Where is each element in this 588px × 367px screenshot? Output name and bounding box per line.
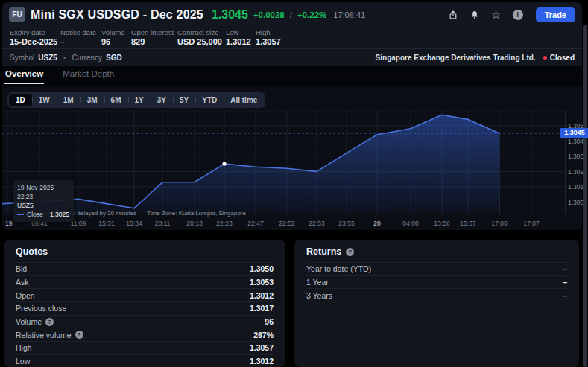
quote-label-text: Open <box>16 291 35 300</box>
quote-value: 1.3057 <box>250 343 274 352</box>
quote-row-relative-volume: Relative volume?267% <box>16 328 274 341</box>
quote-row-bid: Bid1.3050 <box>16 262 274 275</box>
return-label: 3 Years <box>306 291 332 300</box>
quote-value: 1.3012 <box>250 357 274 366</box>
quote-label: Volume? <box>16 317 54 326</box>
info-icon[interactable]: i <box>510 7 526 23</box>
series-dash-icon <box>17 214 24 215</box>
tab-bar: Overview Market Depth <box>2 66 582 86</box>
quote-label: Previous close <box>16 304 66 313</box>
time-axis-label: 19 <box>5 220 12 227</box>
quotes-title: Quotes <box>16 240 274 262</box>
help-icon[interactable]: ? <box>346 248 354 256</box>
return-value: – <box>563 291 567 300</box>
share-icon[interactable] <box>445 7 461 23</box>
range-5y[interactable]: 5Y <box>173 94 195 106</box>
stat-label: High <box>256 28 281 37</box>
stat-value: 1.3057 <box>256 37 281 47</box>
time-axis-label: 22:47 <box>247 220 263 227</box>
time-axis-label: 15:37 <box>460 220 475 227</box>
stat-expiry-date: Expiry date15-Dec-2025 <box>10 28 60 48</box>
quote-label: Ask <box>16 278 29 287</box>
range-1d[interactable]: 1D <box>9 94 32 106</box>
return-value: – <box>563 264 567 273</box>
futures-badge-icon: FU <box>9 7 25 22</box>
stat-label: Contract size <box>177 28 226 37</box>
time-axis[interactable]: 1909:4111:0915:3115:3420:1120:1322:2322:… <box>2 217 582 227</box>
scrollbar-thumb[interactable] <box>583 25 587 367</box>
quote-label-text: Bid <box>16 264 27 273</box>
price-change-separator: / <box>290 10 292 19</box>
quotes-card: Quotes Bid1.3050Ask1.3053Open1.3012Previ… <box>4 240 285 367</box>
stat-contract-size: Contract sizeUSD 25,000 <box>177 28 226 48</box>
time-axis-label: 17:06 <box>491 220 507 227</box>
range-1w[interactable]: 1W <box>32 94 57 106</box>
range-1m[interactable]: 1M <box>57 94 80 106</box>
stat-open-interest: Open interest829 <box>131 28 177 48</box>
price-axis[interactable]: 1.30001.30101.30201.30301.30401.3050 <box>565 110 582 214</box>
price-change: +0.0028 <box>253 10 285 19</box>
quote-label-text: Previous close <box>16 304 66 313</box>
chart-section: 1D1W1M3M6M1Y3Y5YYTDAll time 1.30001.3010… <box>2 86 582 230</box>
price-chart[interactable] <box>2 110 565 214</box>
quote-time: 17:06:41 <box>333 10 365 19</box>
time-axis-label: 13:56 <box>434 220 449 227</box>
tab-overview[interactable]: Overview <box>4 66 44 84</box>
range-1y[interactable]: 1Y <box>128 94 151 106</box>
stat-value: 96 <box>101 37 131 47</box>
range-3m[interactable]: 3M <box>80 94 104 106</box>
bell-icon[interactable] <box>467 7 483 23</box>
star-icon[interactable]: ☆ <box>488 7 505 23</box>
return-value: – <box>563 278 567 287</box>
quote-value: 1.3053 <box>250 278 274 287</box>
market-status-dot-icon <box>543 56 547 60</box>
range-3y[interactable]: 3Y <box>151 94 173 106</box>
quote-label: Low <box>16 357 30 366</box>
stat-value: 1.3012 <box>226 37 256 47</box>
date-range-switcher: 1D1W1M3M6M1Y3Y5YYTDAll time <box>7 92 265 108</box>
price-change-percent: +0.22% <box>297 10 326 19</box>
title-row: FU Mini SGX USDSGD - Dec 2025 1.3045 +0.… <box>2 2 582 27</box>
help-icon[interactable]: ? <box>75 331 83 339</box>
quote-label-text: Ask <box>16 278 29 287</box>
currency-label: Currency <box>72 54 102 62</box>
return-label-text: 1 Year <box>306 278 329 287</box>
returns-rows: Year to date (YTD)–1 Year–3 Years– <box>306 262 567 301</box>
time-axis-label: 15:31 <box>98 220 114 227</box>
stat-high: High1.3057 <box>256 28 281 48</box>
time-axis-label: 04:00 <box>402 220 418 227</box>
range-ytd[interactable]: YTD <box>195 94 224 106</box>
return-label-text: 3 Years <box>306 291 332 300</box>
quote-label: Relative volume? <box>16 331 83 339</box>
return-label: Year to date (YTD) <box>306 264 371 273</box>
stat-notice-date: Notice date– <box>60 28 101 48</box>
quote-row-high: High1.3057 <box>16 341 274 354</box>
instrument-header: FU Mini SGX USDSGD - Dec 2025 1.3045 +0.… <box>2 2 582 66</box>
quote-row-volume: Volume?96 <box>16 315 274 328</box>
help-icon[interactable]: ? <box>45 318 54 326</box>
return-row-3-years: 3 Years– <box>306 288 567 301</box>
tooltip-close-label: Close <box>27 210 43 219</box>
stat-label: Expiry date <box>10 28 60 37</box>
tab-market-depth[interactable]: Market Depth <box>62 66 115 83</box>
range-6m[interactable]: 6M <box>104 94 128 106</box>
separator-dot: • <box>63 54 66 62</box>
quote-value: 1.3012 <box>250 291 274 300</box>
quote-value: 1.3050 <box>250 264 274 273</box>
timezone-notice: Time Zone: Kuala Lumpur, Singapore <box>147 210 246 217</box>
stat-volume: Volume96 <box>101 28 131 48</box>
range-all-time[interactable]: All time <box>224 94 264 106</box>
time-axis-label: 22:52 <box>279 220 294 227</box>
stat-label: Low <box>226 28 256 37</box>
currency-value: SGD <box>106 54 122 62</box>
quote-row-ask: Ask1.3053 <box>16 275 274 289</box>
quote-label-text: High <box>16 343 32 352</box>
symbol-value: USZ5 <box>38 54 57 62</box>
time-axis-label: 22:53 <box>309 220 324 227</box>
app-window: FU Mini SGX USDSGD - Dec 2025 1.3045 +0.… <box>0 0 588 367</box>
quote-label-text: Relative volume <box>16 331 72 339</box>
trade-button[interactable]: Trade <box>536 7 575 22</box>
chart-canvas[interactable] <box>2 110 565 214</box>
return-label-text: Year to date (YTD) <box>306 264 371 273</box>
stat-value: USD 25,000 <box>177 37 226 47</box>
